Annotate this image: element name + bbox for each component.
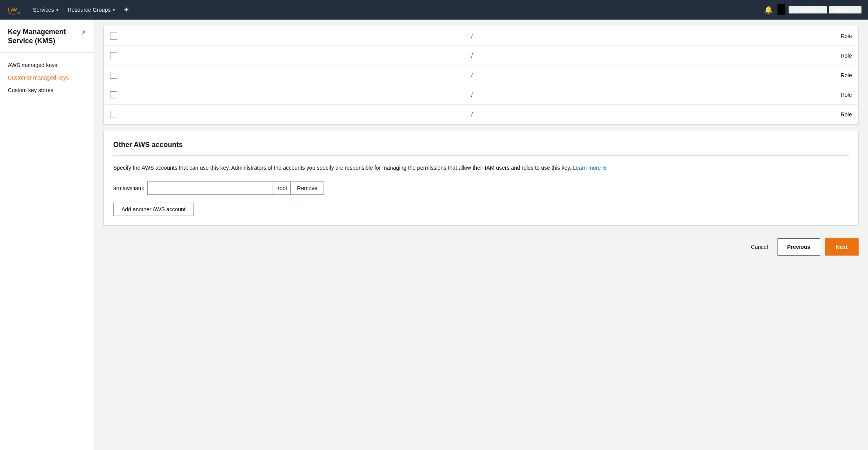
sidebar-header: Key Management Service (KMS) ×	[0, 27, 94, 53]
table-row: / Role	[104, 46, 858, 65]
table-row: / Role	[104, 65, 858, 85]
top-navigation: Services ▾ Resource Groups ▾ ✦ 🔔 N. Virg…	[0, 0, 868, 20]
resource-groups-label: Resource Groups	[68, 7, 111, 13]
support-label: Support	[834, 7, 853, 13]
region-selector[interactable]: N. Virginia ▾	[788, 6, 827, 14]
table-row: / Role	[104, 85, 858, 105]
account-id-block	[778, 4, 785, 15]
external-link-icon: ⧉	[603, 165, 607, 171]
row-4-slash: /	[123, 92, 821, 98]
bell-icon[interactable]: 🔔	[761, 5, 776, 14]
arn-input-row: arn:aws:iam:: :root Remove	[113, 181, 849, 195]
cancel-button[interactable]: Cancel	[746, 241, 773, 253]
nav-right: 🔔 N. Virginia ▾ Support ▾	[761, 4, 862, 15]
next-button[interactable]: Next	[825, 238, 859, 256]
row-2-slash: /	[123, 53, 821, 59]
main-layout: Key Management Service (KMS) × AWS manag…	[0, 20, 868, 450]
row-5-slash: /	[123, 111, 821, 118]
other-accounts-title: Other AWS accounts	[113, 141, 849, 149]
resource-groups-nav-item[interactable]: Resource Groups ▾	[63, 0, 120, 20]
sidebar-navigation: AWS managed keys Customer managed keys C…	[0, 53, 94, 103]
services-label: Services	[33, 7, 54, 13]
learn-more-link[interactable]: Learn more	[573, 165, 601, 171]
arn-prefix-label: arn:aws:iam::	[113, 185, 146, 191]
row-5-checkbox[interactable]	[110, 111, 117, 118]
arn-suffix-label: :root	[273, 181, 290, 195]
sidebar: Key Management Service (KMS) × AWS manag…	[0, 20, 94, 450]
roles-table: / Role / Role / Role / Role / Ro	[103, 26, 859, 125]
pin-icon[interactable]: ✦	[119, 5, 133, 14]
row-4-checkbox[interactable]	[110, 91, 117, 98]
support-menu[interactable]: Support ▾	[829, 6, 862, 14]
main-content: / Role / Role / Role / Role / Ro	[94, 20, 868, 450]
remove-account-button[interactable]: Remove	[290, 181, 324, 195]
sidebar-item-custom-key-stores[interactable]: Custom key stores	[0, 84, 94, 96]
sidebar-close-button[interactable]: ×	[81, 28, 86, 36]
row-5-type: Role	[821, 111, 852, 118]
row-3-checkbox[interactable]	[110, 72, 117, 79]
row-1-slash: /	[123, 33, 821, 39]
row-3-type: Role	[821, 72, 852, 78]
table-row: / Role	[104, 105, 858, 124]
sidebar-item-aws-managed-keys[interactable]: AWS managed keys	[0, 59, 94, 71]
row-2-checkbox[interactable]	[110, 52, 117, 59]
other-accounts-description: Specify the AWS accounts that can use th…	[113, 163, 849, 172]
services-nav-item[interactable]: Services ▾	[28, 0, 63, 20]
row-2-type: Role	[821, 53, 852, 59]
row-4-type: Role	[821, 92, 852, 98]
other-aws-accounts-section: Other AWS accounts Specify the AWS accou…	[103, 131, 859, 226]
table-row: / Role	[104, 26, 858, 46]
description-text: Specify the AWS accounts that can use th…	[113, 165, 571, 171]
region-chevron-icon: ▾	[821, 8, 823, 12]
support-chevron-icon: ▾	[855, 8, 857, 12]
row-3-slash: /	[123, 72, 821, 78]
region-label: N. Virginia	[793, 7, 818, 13]
section-divider	[113, 155, 849, 156]
row-1-checkbox[interactable]	[110, 33, 117, 40]
resource-groups-chevron-icon: ▾	[113, 8, 115, 12]
sidebar-item-customer-managed-keys[interactable]: Customer managed keys	[0, 71, 94, 84]
row-1-type: Role	[821, 33, 852, 39]
add-account-button[interactable]: Add another AWS account	[113, 203, 194, 216]
services-chevron-icon: ▾	[56, 8, 58, 12]
aws-logo[interactable]	[6, 4, 22, 15]
bottom-action-bar: Cancel Previous Next	[94, 232, 868, 262]
account-id-input[interactable]	[147, 181, 273, 195]
sidebar-title: Key Management Service (KMS)	[8, 27, 66, 46]
previous-button[interactable]: Previous	[778, 238, 820, 256]
